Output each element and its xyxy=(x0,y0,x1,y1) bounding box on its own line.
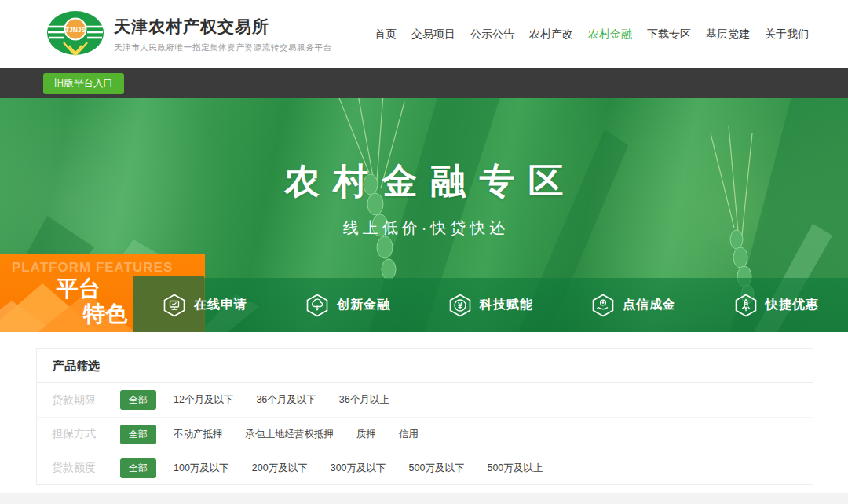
filter-option[interactable]: 500万及以下 xyxy=(409,462,465,475)
feature-tab-label: 科技赋能 xyxy=(480,297,533,313)
footer-strip xyxy=(0,493,848,504)
site-subtitle: 天津市人民政府唯一指定集体资产资源流转交易服务平台 xyxy=(114,42,332,53)
filter-option[interactable]: 100万及以下 xyxy=(174,462,229,475)
features-eyebrow: PLATFORM FEATURES xyxy=(12,260,173,276)
site-logo[interactable]: TJNJS xyxy=(45,9,106,60)
brand-block: 天津农村产权交易所 天津市人民政府唯一指定集体资产资源流转交易服务平台 xyxy=(114,16,332,53)
filter-option[interactable]: 12个月及以下 xyxy=(174,393,233,407)
hero-subtitle-row: 线上低价·快贷快还 xyxy=(0,217,848,239)
feature-tab-1[interactable]: 在线申请 xyxy=(133,278,276,332)
hero-subtitle: 线上低价·快贷快还 xyxy=(339,217,510,239)
feature-tab-2[interactable]: 创新金融 xyxy=(276,278,419,332)
filter-row-3: 贷款额度全部100万及以下200万及以下300万及以下500万及以下500万及以… xyxy=(37,451,813,484)
nav-item-4[interactable]: 农村产改 xyxy=(529,27,573,42)
filter-option[interactable]: 36个月及以下 xyxy=(256,393,316,407)
svg-text:¥: ¥ xyxy=(458,301,462,310)
site-title: 天津农村产权交易所 xyxy=(114,16,332,38)
filter-option[interactable]: 500万及以上 xyxy=(487,462,543,475)
feature-tab-label: 在线申请 xyxy=(194,297,247,313)
topbar: 旧版平台入口 xyxy=(0,68,848,98)
old-platform-button[interactable]: 旧版平台入口 xyxy=(43,73,124,94)
feature-tab-label: 快捷优惠 xyxy=(766,297,819,313)
filter-row-label: 贷款额度 xyxy=(52,461,107,475)
feature-tab-5[interactable]: 快捷优惠 xyxy=(705,278,848,332)
filter-row-label: 担保方式 xyxy=(52,427,107,441)
filter-panel: 产品筛选 贷款期限全部12个月及以下36个月及以下36个月以上担保方式全部不动产… xyxy=(36,348,813,485)
subtitle-right-line xyxy=(523,228,584,228)
feature-tabs: 在线申请创新金融¥科技赋能点信成金快捷优惠 xyxy=(133,278,848,332)
filter-rows: 贷款期限全部12个月及以下36个月及以下36个月以上担保方式全部不动产抵押承包土… xyxy=(37,383,813,484)
feature-tab-label: 创新金融 xyxy=(337,297,390,313)
filter-row-2: 担保方式全部不动产抵押承包土地经营权抵押质押信用 xyxy=(37,417,813,451)
filter-row-label: 贷款期限 xyxy=(52,393,107,407)
main-content: 产品筛选 贷款期限全部12个月及以下36个月及以下36个月以上担保方式全部不动产… xyxy=(0,332,848,485)
filter-option[interactable]: 质押 xyxy=(356,428,376,441)
nav-item-5[interactable]: 农村金融 xyxy=(588,27,632,42)
filter-option[interactable]: 不动产抵押 xyxy=(174,428,223,441)
nav-item-7[interactable]: 基层党建 xyxy=(706,27,750,42)
hand-coin-icon xyxy=(591,294,615,317)
subtitle-left-line xyxy=(264,228,325,228)
filter-option[interactable]: 承包土地经营权抵押 xyxy=(246,428,334,441)
feature-tab-4[interactable]: 点信成金 xyxy=(562,278,705,332)
main-nav: 首页交易项目公示公告农村产改农村金融下载专区基层党建关于我们 xyxy=(375,27,809,42)
filter-all-badge[interactable]: 全部 xyxy=(120,390,156,410)
hero-title: 农村金融专区 xyxy=(0,158,848,205)
yen-circle-icon: ¥ xyxy=(448,294,472,317)
filter-all-badge[interactable]: 全部 xyxy=(120,425,156,444)
features-title-line2: 特色 xyxy=(83,299,127,329)
hero-banner: 农村金融专区 线上低价·快贷快还 PLATFORM FEATURES 平台 特色… xyxy=(0,98,848,332)
filter-row-1: 贷款期限全部12个月及以下36个月及以下36个月以上 xyxy=(37,383,813,417)
site-header: TJNJS 天津农村产权交易所 天津市人民政府唯一指定集体资产资源流转交易服务平… xyxy=(0,0,848,68)
nav-item-8[interactable]: 关于我们 xyxy=(765,27,809,42)
monitor-check-icon xyxy=(163,294,186,317)
cloud-arrow-icon xyxy=(305,294,329,317)
feature-tab-3[interactable]: ¥科技赋能 xyxy=(419,278,562,332)
filter-option[interactable]: 信用 xyxy=(399,428,419,441)
nav-item-1[interactable]: 首页 xyxy=(375,27,397,42)
filter-option[interactable]: 36个月以上 xyxy=(339,393,389,407)
rocket-icon xyxy=(734,294,758,317)
nav-item-6[interactable]: 下载专区 xyxy=(647,27,691,42)
filter-option[interactable]: 300万及以下 xyxy=(331,462,386,475)
logo-monogram: TJNJS xyxy=(65,25,86,33)
filter-panel-title: 产品筛选 xyxy=(37,349,813,383)
nav-item-2[interactable]: 交易项目 xyxy=(411,27,455,42)
filter-option[interactable]: 200万及以下 xyxy=(252,462,308,475)
nav-item-3[interactable]: 公示公告 xyxy=(470,27,514,42)
filter-all-badge[interactable]: 全部 xyxy=(120,458,156,478)
feature-tab-label: 点信成金 xyxy=(623,297,676,313)
